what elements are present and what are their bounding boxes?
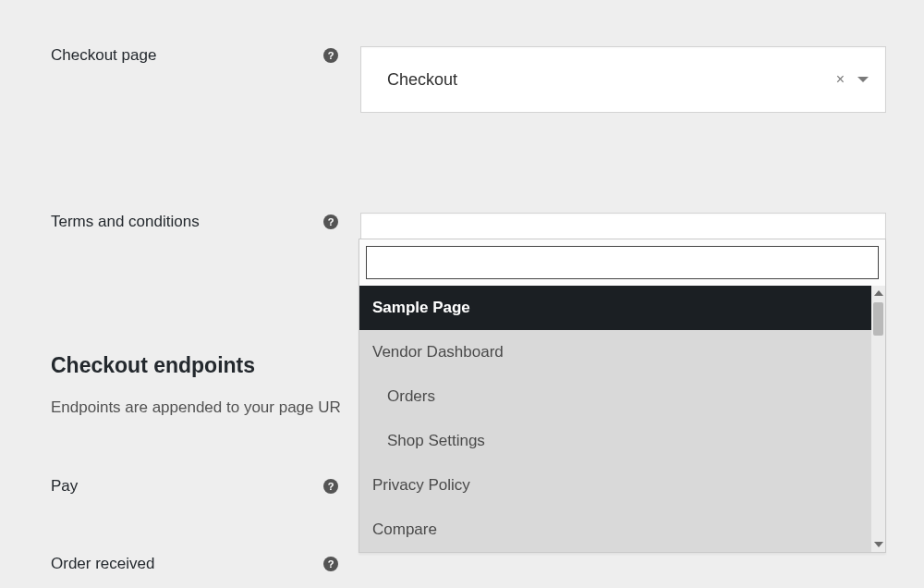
dropdown-results: Sample Page Vendor Dashboard Orders Shop…: [359, 286, 885, 552]
label-terms: Terms and conditions ?: [51, 213, 323, 231]
label-text: Pay: [51, 477, 78, 496]
field-row-order-received: Order received ?: [0, 555, 924, 573]
label-text: Order received: [51, 555, 154, 573]
dropdown-option[interactable]: Privacy Policy: [359, 463, 885, 508]
dropdown-scrollbar[interactable]: [871, 286, 885, 552]
dropdown-option[interactable]: Compare: [359, 508, 885, 552]
dropdown-option[interactable]: Vendor Dashboard: [359, 330, 885, 374]
help-icon[interactable]: ?: [323, 48, 338, 63]
label-checkout-page: Checkout page ?: [51, 46, 323, 65]
label-pay: Pay ?: [51, 477, 323, 496]
label-order-received: Order received ?: [51, 555, 323, 573]
dropdown-search-input[interactable]: [366, 246, 879, 279]
clear-icon[interactable]: ×: [836, 71, 845, 88]
scroll-thumb[interactable]: [873, 302, 883, 336]
label-text: Terms and conditions: [51, 213, 200, 231]
scroll-down-icon[interactable]: [874, 542, 883, 547]
scroll-up-icon[interactable]: [874, 290, 883, 296]
field-row-checkout-page: Checkout page ? Checkout ×: [0, 46, 924, 113]
field-col: Checkout ×: [360, 46, 886, 113]
help-icon[interactable]: ?: [323, 479, 338, 494]
help-icon[interactable]: ?: [323, 557, 338, 571]
dropdown-option[interactable]: Orders: [359, 374, 885, 419]
dropdown-search-wrap: [359, 239, 885, 286]
help-icon[interactable]: ?: [323, 214, 338, 229]
label-text: Checkout page: [51, 46, 156, 65]
checkout-page-select[interactable]: Checkout ×: [360, 46, 886, 113]
select-value: Checkout: [387, 70, 457, 90]
terms-dropdown-panel: Sample Page Vendor Dashboard Orders Shop…: [359, 239, 886, 553]
dropdown-option[interactable]: Sample Page: [359, 286, 885, 330]
chevron-down-icon: [857, 77, 869, 82]
dropdown-option[interactable]: Shop Settings: [359, 419, 885, 463]
